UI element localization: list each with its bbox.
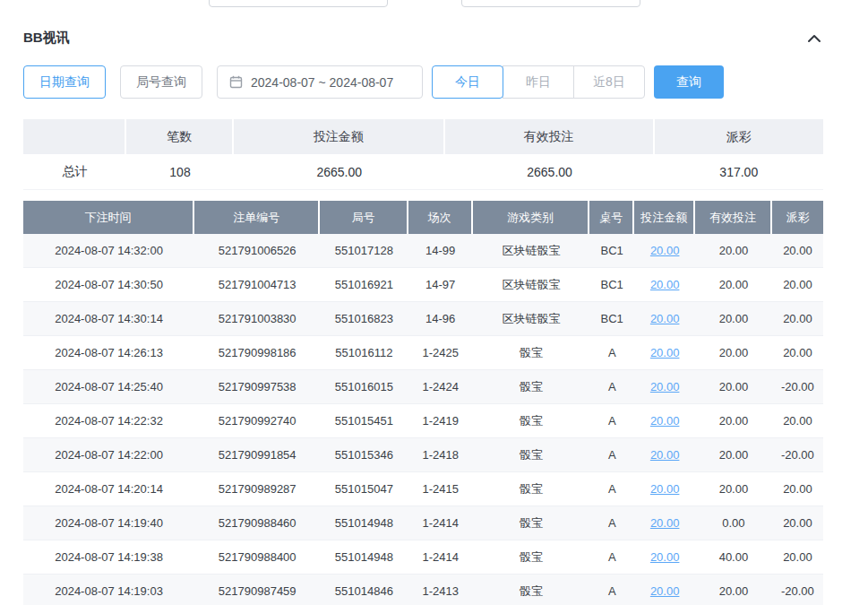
cell-bet-time: 2024-08-07 14:19:40	[23, 506, 194, 540]
cell-bet-time: 2024-08-07 14:30:50	[23, 268, 194, 302]
cell-bet-time: 2024-08-07 14:19:03	[23, 575, 194, 605]
cell-table-id: A	[589, 438, 634, 472]
filter-bar: 日期查询 局号查询 2024-08-07 ~ 2024-08-07 今日 昨日 …	[23, 65, 823, 99]
cell-bet-amount: 20.00	[634, 370, 695, 404]
cell-payout: -20.00	[772, 438, 823, 472]
bet-amount-link[interactable]: 20.00	[650, 278, 680, 291]
cell-round-id: 551014948	[320, 540, 408, 575]
cell-bet-time: 2024-08-07 14:30:14	[23, 302, 194, 336]
cell-bet-amount: 20.00	[634, 302, 695, 336]
bet-amount-link[interactable]: 20.00	[650, 346, 680, 359]
cell-session: 14-97	[408, 268, 473, 302]
summary-header-valid-bet: 有效投注	[445, 119, 655, 154]
cell-session: 1-2418	[408, 438, 473, 472]
cell-bet-amount: 20.00	[634, 268, 695, 302]
cell-round-id: 551016112	[320, 336, 408, 370]
cell-round-id: 551015451	[320, 404, 408, 438]
col-header-game-type: 游戏类别	[473, 201, 589, 234]
cell-session: 14-96	[408, 302, 473, 336]
collapse-chevron-up-icon[interactable]	[805, 31, 823, 46]
cell-table-id: A	[589, 370, 634, 404]
summary-table: 笔数 投注金额 有效投注 派彩 总计 108 2665.00 2665.00 3…	[23, 119, 823, 190]
cell-game-type: 骰宝	[473, 472, 589, 506]
cell-table-id: BC1	[589, 234, 634, 268]
table-row: 2024-08-07 14:26:13521790998186551016112…	[23, 336, 823, 370]
cell-session: 1-2419	[408, 404, 473, 438]
cell-valid-bet: 20.00	[695, 575, 772, 605]
cell-round-id: 551015346	[320, 438, 408, 472]
table-row: 2024-08-07 14:19:03521790987459551014846…	[23, 575, 823, 605]
cell-table-id: BC1	[589, 302, 634, 336]
cell-table-id: A	[589, 575, 634, 605]
table-row: 2024-08-07 14:20:14521790989287551015047…	[23, 472, 823, 506]
cell-game-type: 骰宝	[473, 404, 589, 438]
section-header: BB视讯	[23, 0, 823, 47]
section-title: BB视讯	[23, 30, 70, 47]
bet-amount-link[interactable]: 20.00	[650, 482, 680, 496]
cell-valid-bet: 20.00	[695, 336, 772, 370]
cell-bet-amount: 20.00	[634, 506, 695, 540]
cell-bet-time: 2024-08-07 14:20:14	[23, 472, 194, 506]
bb-video-section: BB视讯 日期查询 局号查询 2024-08-07	[23, 0, 823, 605]
date-range-picker[interactable]: 2024-08-07 ~ 2024-08-07	[217, 65, 423, 99]
table-row: 2024-08-07 14:22:00521790991854551015346…	[23, 438, 823, 472]
bet-amount-link[interactable]: 20.00	[650, 414, 680, 428]
table-row: 2024-08-07 14:30:50521791004713551016921…	[23, 268, 823, 302]
cell-payout: -20.00	[772, 370, 823, 404]
cell-order-id: 521790997538	[194, 370, 320, 404]
summary-header-bet-amount: 投注金额	[234, 119, 445, 154]
table-row: 2024-08-07 14:30:14521791003830551016823…	[23, 302, 823, 336]
date-query-tab[interactable]: 日期查询	[23, 65, 106, 99]
cell-table-id: A	[589, 540, 634, 575]
col-header-order-id: 注单编号	[194, 201, 320, 234]
cell-round-id: 551014846	[320, 575, 408, 605]
summary-total-bet-amount: 2665.00	[234, 154, 445, 190]
cell-game-type: 区块链骰宝	[473, 302, 589, 336]
cell-order-id: 521791004713	[194, 268, 320, 302]
cell-order-id: 521790987459	[194, 575, 320, 605]
bet-amount-link[interactable]: 20.00	[650, 448, 680, 462]
cell-order-id: 521790991854	[194, 438, 320, 472]
cell-payout: 20.00	[772, 336, 823, 370]
cell-round-id: 551017128	[320, 234, 408, 268]
quick-yesterday-button[interactable]: 昨日	[503, 65, 574, 99]
table-row: 2024-08-07 14:19:40521790988460551014948…	[23, 506, 823, 540]
cell-payout: 20.00	[772, 302, 823, 336]
bet-amount-link[interactable]: 20.00	[650, 584, 680, 598]
cell-order-id: 521790992740	[194, 404, 320, 438]
cell-game-type: 骰宝	[473, 540, 589, 575]
cell-valid-bet: 20.00	[695, 302, 772, 336]
cell-bet-time: 2024-08-07 14:19:38	[23, 540, 194, 575]
cell-payout: 20.00	[772, 540, 823, 575]
bet-amount-link[interactable]: 20.00	[650, 312, 680, 325]
cell-bet-time: 2024-08-07 14:32:00	[23, 234, 194, 268]
round-query-tab[interactable]: 局号查询	[120, 65, 202, 99]
bet-amount-link[interactable]: 20.00	[650, 550, 680, 564]
cell-order-id: 521790988400	[194, 540, 320, 575]
table-row: 2024-08-07 14:22:32521790992740551015451…	[23, 404, 823, 438]
cell-game-type: 区块链骰宝	[473, 234, 589, 268]
cell-table-id: A	[589, 472, 634, 506]
cell-game-type: 骰宝	[473, 336, 589, 370]
bet-amount-link[interactable]: 20.00	[650, 516, 680, 530]
cell-session: 1-2413	[408, 575, 473, 605]
cell-game-type: 区块链骰宝	[473, 268, 589, 302]
quick-today-button[interactable]: 今日	[432, 65, 503, 99]
cell-table-id: A	[589, 336, 634, 370]
search-button[interactable]: 查询	[654, 65, 724, 99]
bet-amount-link[interactable]: 20.00	[650, 244, 680, 257]
summary-total-payout: 317.00	[655, 154, 823, 190]
bet-amount-link[interactable]: 20.00	[650, 380, 680, 393]
cell-game-type: 骰宝	[473, 438, 589, 472]
cell-payout: 20.00	[772, 506, 823, 540]
cell-valid-bet: 20.00	[695, 404, 772, 438]
cell-table-id: A	[589, 404, 634, 438]
cell-payout: -20.00	[772, 575, 823, 605]
cell-valid-bet: 20.00	[695, 438, 772, 472]
cell-order-id: 521791003830	[194, 302, 320, 336]
cell-bet-amount: 20.00	[634, 575, 695, 605]
cell-bet-amount: 20.00	[634, 336, 695, 370]
cell-payout: 20.00	[772, 472, 823, 506]
summary-total-count: 108	[126, 154, 234, 190]
quick-last8days-button[interactable]: 近8日	[573, 65, 645, 99]
